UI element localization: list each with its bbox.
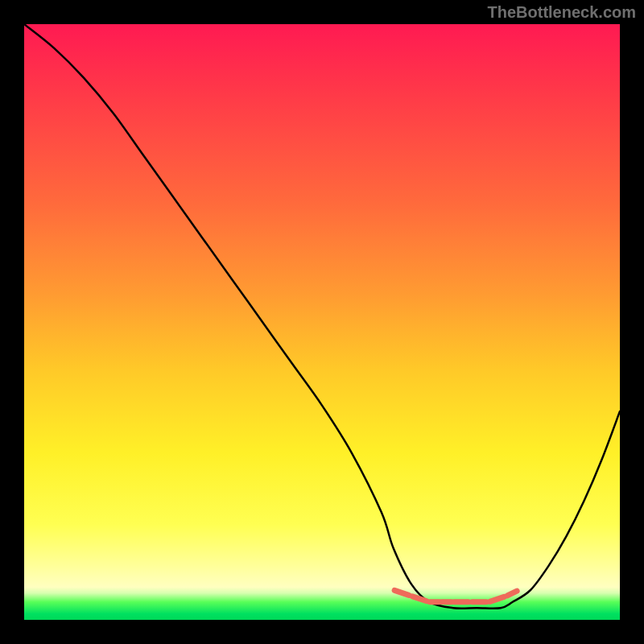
optimal-range-segment: [394, 590, 409, 595]
optimal-range-segment: [490, 597, 505, 601]
plot-area: [24, 24, 620, 620]
chart-container: TheBottleneck.com: [0, 0, 644, 644]
optimal-range-segment: [507, 591, 517, 596]
optimal-range-segment: [412, 597, 427, 601]
watermark-text: TheBottleneck.com: [488, 3, 636, 22]
curve-overlay: [24, 24, 620, 620]
bottleneck-curve: [24, 24, 620, 609]
